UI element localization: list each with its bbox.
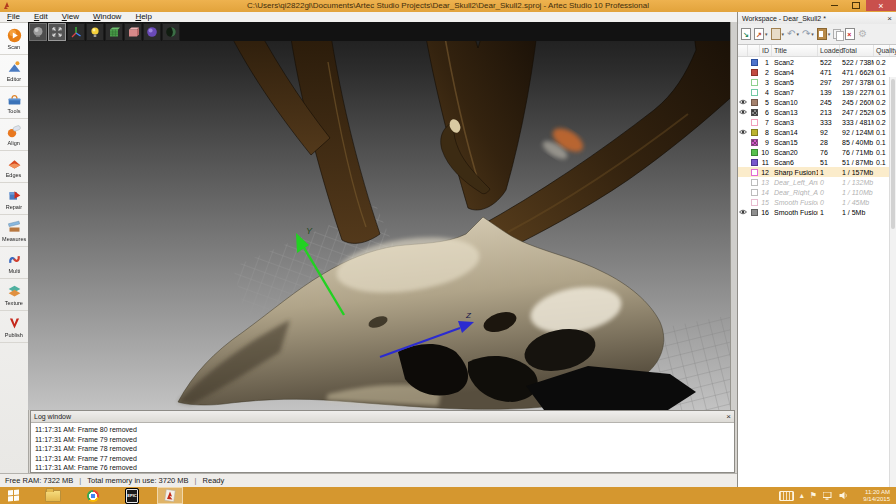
- color-swatch[interactable]: [751, 79, 758, 86]
- menu-view[interactable]: View: [55, 12, 86, 22]
- scan-table-row[interactable]: 8 Scan14 92 92 / 124Mb 0.1: [738, 127, 896, 137]
- color-swatch[interactable]: [751, 199, 758, 206]
- color-swatch[interactable]: [751, 149, 758, 156]
- settings-button[interactable]: ⚙: [857, 26, 868, 42]
- color-swatch[interactable]: [751, 129, 758, 136]
- speaker-icon[interactable]: [839, 491, 848, 500]
- menu-edit[interactable]: Edit: [27, 12, 55, 22]
- action-center-flag-icon[interactable]: ⚑: [810, 491, 817, 500]
- scan-loaded: 51: [818, 159, 840, 166]
- dark-render-button[interactable]: [162, 23, 180, 41]
- scan-table-row[interactable]: 15 Smooth Fusion 0 1 / 45Mb: [738, 197, 896, 207]
- chrome-button[interactable]: [87, 490, 99, 502]
- import-button[interactable]: ↘: [740, 26, 752, 42]
- redo-button[interactable]: ↷▾: [801, 26, 815, 42]
- sidebar-item-measures[interactable]: Measures: [0, 215, 28, 247]
- col-title[interactable]: Title: [772, 45, 818, 56]
- log-window-title: Log window: [34, 413, 71, 420]
- color-swatch[interactable]: [751, 179, 758, 186]
- color-swatch[interactable]: [751, 139, 758, 146]
- color-swatch[interactable]: [751, 119, 758, 126]
- scan-table-row[interactable]: 2 Scan4 471 471 / 662Mb 0.1: [738, 67, 896, 77]
- color-swatch[interactable]: [751, 169, 758, 176]
- sidebar-item-repair[interactable]: Repair: [0, 183, 28, 215]
- menu-file[interactable]: File: [0, 12, 27, 22]
- 3d-scene-canvas[interactable]: Y Z: [28, 22, 737, 410]
- sidebar-item-editor[interactable]: Editor: [0, 55, 28, 87]
- axes-toggle-button[interactable]: [67, 23, 85, 41]
- scan-table-row[interactable]: 4 Scan7 139 139 / 227Mb 0.1: [738, 87, 896, 97]
- sidebar-item-multi[interactable]: Multi: [0, 247, 28, 279]
- table-scrollbar[interactable]: [889, 77, 896, 487]
- snapshot-button[interactable]: ▾: [770, 26, 786, 42]
- eye-icon[interactable]: [739, 99, 747, 105]
- sidebar-item-tools[interactable]: Tools: [0, 87, 28, 119]
- log-window-header[interactable]: Log window ×: [31, 411, 734, 423]
- smooth-render-button[interactable]: [143, 23, 161, 41]
- taskbar-clock[interactable]: 11:20 AM 9/14/2015: [854, 489, 890, 503]
- lighting-button[interactable]: [86, 23, 104, 41]
- menu-help[interactable]: Help: [128, 12, 158, 22]
- network-icon[interactable]: [823, 492, 833, 500]
- maximize-button[interactable]: [845, 0, 866, 11]
- sidebar-item-align[interactable]: Align: [0, 119, 28, 151]
- scan-table-row[interactable]: 12 Sharp Fusion1 1 1 / 157Mb: [738, 167, 896, 177]
- workspace-panel-header[interactable]: Workspace - Dear_Skull2 * ×: [738, 12, 896, 24]
- scan-table-row[interactable]: 7 Scan3 333 333 / 481Mb 0.2: [738, 117, 896, 127]
- workspace-close-icon[interactable]: ×: [887, 14, 892, 23]
- color-swatch[interactable]: [751, 69, 758, 76]
- sidebar-item-scan[interactable]: Scan: [0, 23, 28, 55]
- color-swatch[interactable]: [751, 159, 758, 166]
- export-button[interactable]: ↗▾: [753, 26, 769, 42]
- eye-icon[interactable]: [739, 129, 747, 135]
- scan-table-row[interactable]: 5 Scan10 245 245 / 260Mb 0.2: [738, 97, 896, 107]
- gear-icon: ⚙: [858, 26, 867, 42]
- scan-title: Scan10: [772, 99, 818, 106]
- sidebar-item-publish[interactable]: Publish: [0, 311, 28, 343]
- epic-app-button[interactable]: EPIC: [125, 488, 139, 504]
- color-swatch[interactable]: [751, 89, 758, 96]
- undo-button[interactable]: ↶▾: [786, 26, 800, 42]
- scan-table-row[interactable]: 13 Dear_Left_Ant 0 1 / 132Mb: [738, 177, 896, 187]
- sidebar-item-edges[interactable]: Edges: [0, 151, 28, 183]
- scan-table-row[interactable]: 10 Scan20 76 76 / 71Mb 0.1: [738, 147, 896, 157]
- tray-expand-icon[interactable]: ▴: [800, 491, 804, 500]
- scan-table-row[interactable]: 1 Scan2 522 522 / 738Mb 0.2: [738, 57, 896, 67]
- 3d-viewport[interactable]: Y Z: [28, 22, 737, 410]
- free-ram-status: Free RAM: 7322 MB: [5, 476, 73, 485]
- file-explorer-button[interactable]: [45, 490, 61, 502]
- delete-button[interactable]: ×: [844, 26, 856, 42]
- editor-icon: [6, 60, 23, 75]
- home-view-button[interactable]: [29, 23, 47, 41]
- start-button[interactable]: [8, 490, 19, 501]
- color-swatch[interactable]: [751, 109, 758, 116]
- textured-render-button[interactable]: [105, 23, 123, 41]
- artec-studio-taskbar-button[interactable]: [157, 487, 183, 504]
- col-total[interactable]: Total: [840, 45, 874, 56]
- scan-table-row[interactable]: 14 Dear_Right_Ar 0 1 / 110Mb: [738, 187, 896, 197]
- scan-table-row[interactable]: 11 Scan6 51 51 / 87Mb 0.1: [738, 157, 896, 167]
- col-quality[interactable]: Quality: [874, 45, 890, 56]
- scan-table-row[interactable]: 3 Scan5 297 297 / 378Mb 0.1: [738, 77, 896, 87]
- close-button[interactable]: ×: [866, 0, 896, 11]
- paste-button[interactable]: ▾: [816, 26, 832, 42]
- scan-table-row[interactable]: 6 Scan13 213 247 / 252Mb 0.5: [738, 107, 896, 117]
- fit-view-button[interactable]: [48, 23, 66, 41]
- minimize-button[interactable]: [824, 0, 845, 11]
- copy-button[interactable]: [832, 26, 843, 42]
- sidebar-item-texture[interactable]: Texture: [0, 279, 28, 311]
- col-loaded[interactable]: Loaded: [818, 45, 840, 56]
- eye-icon[interactable]: [739, 109, 747, 115]
- scan-table-row[interactable]: 16 Smooth Fusion1 1 1 / 5Mb: [738, 207, 896, 217]
- log-close-icon[interactable]: ×: [726, 412, 731, 421]
- keyboard-tray-icon[interactable]: [779, 491, 794, 501]
- color-swatch[interactable]: [751, 189, 758, 196]
- menu-window[interactable]: Window: [86, 12, 128, 22]
- color-swatch[interactable]: [751, 209, 758, 216]
- eye-icon[interactable]: [739, 209, 747, 215]
- color-swatch[interactable]: [751, 59, 758, 66]
- scan-table-row[interactable]: 9 Scan15 28 85 / 40Mb 0.1: [738, 137, 896, 147]
- col-id[interactable]: ID: [760, 45, 772, 56]
- color-swatch[interactable]: [751, 99, 758, 106]
- flat-render-button[interactable]: [124, 23, 142, 41]
